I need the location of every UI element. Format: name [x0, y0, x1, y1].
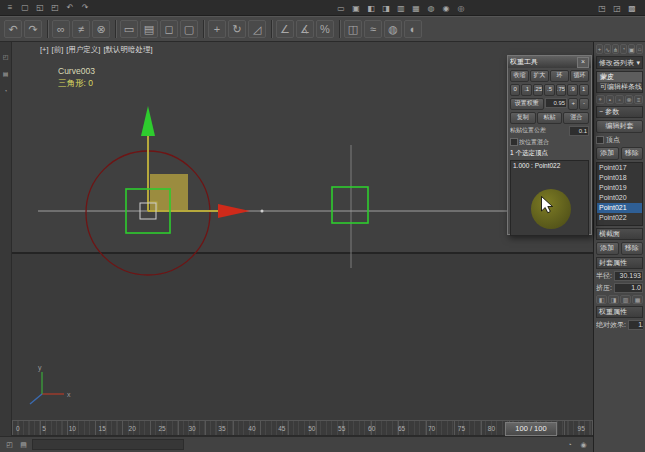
- abs-effect-field[interactable]: 1.0: [628, 320, 643, 330]
- weight-value-field[interactable]: 0.95: [545, 98, 567, 108]
- utilities-tab-icon[interactable]: ⌂: [636, 44, 643, 54]
- toolbar-misc-icon-7[interactable]: ◍: [425, 2, 437, 14]
- bone-list-item-selected[interactable]: Point021: [597, 203, 642, 213]
- display-tab-icon[interactable]: ▣: [628, 44, 635, 54]
- undo-icon[interactable]: ↶: [4, 20, 22, 38]
- snap-toggle-icon[interactable]: ∠: [276, 20, 294, 38]
- scale-weight-up-button[interactable]: +: [568, 98, 578, 110]
- add-cross-section-button[interactable]: 添加: [596, 242, 619, 255]
- envelope-mode-icon-3[interactable]: ▥: [620, 295, 631, 304]
- close-icon[interactable]: ×: [577, 57, 589, 68]
- weight-preset-0-button[interactable]: 0: [510, 84, 520, 96]
- create-tab-icon[interactable]: +: [596, 44, 603, 54]
- loop-button[interactable]: 循环: [570, 70, 589, 82]
- modify-tab-icon[interactable]: ∿: [604, 44, 611, 54]
- viewport[interactable]: x y [+] [前] [用户定义] [默认明暗处理] Curve003 三角形…: [12, 42, 593, 420]
- select-and-scale-icon[interactable]: ◿: [248, 20, 266, 38]
- selection-lock-icon[interactable]: ▤: [18, 439, 29, 450]
- copy-button[interactable]: 复制: [510, 112, 536, 124]
- redo-icon[interactable]: ↷: [79, 2, 91, 14]
- motion-tab-icon[interactable]: ◔: [620, 44, 627, 54]
- grid-settings-icon[interactable]: ◔: [564, 439, 575, 450]
- configure-stack-icon[interactable]: ≡: [634, 95, 643, 104]
- hierarchy-tab-icon[interactable]: ⋔: [612, 44, 619, 54]
- radius-field[interactable]: 30.193: [614, 271, 643, 281]
- workspace-icon-2[interactable]: ◲: [611, 2, 623, 14]
- grow-button[interactable]: 扩大: [530, 70, 549, 82]
- weight-list-item[interactable]: 1.000 : Point022: [511, 161, 588, 170]
- toolbar-misc-icon-3[interactable]: ◧: [365, 2, 377, 14]
- edit-envelopes-button[interactable]: 编辑封套: [596, 120, 643, 133]
- toolbar-misc-icon-9[interactable]: ◎: [455, 2, 467, 14]
- scale-weight-down-button[interactable]: -: [579, 98, 589, 110]
- weight-preset-09-button[interactable]: .9: [567, 84, 577, 96]
- shrink-button[interactable]: 收缩: [510, 70, 529, 82]
- viewport-layout-tab-icon-1[interactable]: ◰: [1, 52, 10, 61]
- selected-vertex-square-right[interactable]: [332, 187, 368, 223]
- weight-preset-075-button[interactable]: .75: [556, 84, 566, 96]
- workspace-icon-3[interactable]: ▩: [626, 2, 638, 14]
- select-object-icon[interactable]: ▭: [120, 20, 138, 38]
- modifier-stack-item-spline[interactable]: 可编辑样条线: [597, 82, 642, 92]
- modifier-stack-item-skin[interactable]: 蒙皮: [597, 72, 642, 82]
- unlink-icon[interactable]: ≠: [72, 20, 90, 38]
- weight-tool-dialog[interactable]: 权重工具 × 收缩 扩大 环 循环 0 .1 .25 .5 .75 .9 1 设…: [507, 55, 592, 235]
- envelope-properties-header[interactable]: 封套属性: [596, 257, 643, 269]
- render-icon[interactable]: ◐: [404, 20, 422, 38]
- select-and-move-icon[interactable]: +: [208, 20, 226, 38]
- toolbar-misc-icon-2[interactable]: ▣: [350, 2, 362, 14]
- show-end-result-icon[interactable]: ▪: [606, 95, 615, 104]
- undo-icon[interactable]: ↶: [64, 2, 76, 14]
- bone-list[interactable]: Point017 Point018 Point019 Point020 Poin…: [596, 162, 643, 226]
- paste-button[interactable]: 粘贴: [537, 112, 563, 124]
- spline-vertex-dot[interactable]: [261, 210, 264, 213]
- toolbar-misc-icon-1[interactable]: ▭: [335, 2, 347, 14]
- tolerance-field[interactable]: 0.1: [569, 126, 589, 136]
- bone-list-item[interactable]: Point017: [597, 163, 642, 173]
- open-file-icon[interactable]: ◱: [34, 2, 46, 14]
- toolbar-misc-icon-4[interactable]: ◨: [380, 2, 392, 14]
- parameters-rollout-header[interactable]: − 参数: [596, 106, 643, 118]
- window-crossing-icon[interactable]: ▢: [180, 20, 198, 38]
- align-icon[interactable]: ≈: [364, 20, 382, 38]
- workspace-icon-1[interactable]: ◳: [596, 2, 608, 14]
- time-slider-handle[interactable]: 100 / 100: [505, 422, 557, 436]
- weight-preset-025-button[interactable]: .25: [533, 84, 543, 96]
- vertices-checkbox[interactable]: [596, 136, 604, 144]
- material-editor-icon[interactable]: ◍: [384, 20, 402, 38]
- remove-cross-section-button[interactable]: 移除: [621, 242, 644, 255]
- gizmo-x-arrowhead[interactable]: [218, 204, 250, 218]
- mirror-icon[interactable]: ◫: [344, 20, 362, 38]
- weight-preset-01-button[interactable]: .1: [521, 84, 531, 96]
- toolbar-misc-icon-6[interactable]: ▦: [410, 2, 422, 14]
- toolbar-misc-icon-5[interactable]: ▥: [395, 2, 407, 14]
- remove-bone-button[interactable]: 移除: [621, 147, 644, 160]
- viewport-menu-general[interactable]: [+]: [40, 45, 49, 55]
- cross-sections-header[interactable]: 横截面: [596, 228, 643, 240]
- timeline-trackbar[interactable]: 0 5 10 15 20 25 30 35 40 45 50 55 60 65 …: [12, 420, 593, 436]
- weight-preset-05-button[interactable]: .5: [544, 84, 554, 96]
- maxscript-listener-icon[interactable]: ◰: [4, 439, 15, 450]
- percent-snap-icon[interactable]: %: [316, 20, 334, 38]
- viewport-layout-tab-icon-2[interactable]: ▤: [1, 69, 10, 78]
- bone-list-item[interactable]: Point020: [597, 193, 642, 203]
- viewport-menu-style[interactable]: [用户定义]: [66, 45, 100, 55]
- viewport-layout-tab-icon-3[interactable]: ◔: [1, 86, 10, 95]
- time-config-icon[interactable]: ◉: [578, 439, 589, 450]
- save-file-icon[interactable]: ◰: [49, 2, 61, 14]
- select-and-rotate-icon[interactable]: ↻: [228, 20, 246, 38]
- squash-field[interactable]: 1.0: [614, 283, 643, 293]
- weight-tool-title-bar[interactable]: 权重工具 ×: [508, 56, 591, 68]
- select-by-name-icon[interactable]: ▤: [140, 20, 158, 38]
- bind-spacewarp-icon[interactable]: ⊗: [92, 20, 110, 38]
- pin-stack-icon[interactable]: ⌖: [596, 95, 605, 104]
- viewport-menu-shading[interactable]: [默认明暗处理]: [103, 45, 152, 55]
- redo-icon[interactable]: ↷: [24, 20, 42, 38]
- make-unique-icon[interactable]: ▫: [615, 95, 624, 104]
- app-menu-icon[interactable]: ≡: [4, 2, 16, 14]
- bone-list-item[interactable]: Point022: [597, 213, 642, 223]
- blend-option-checkbox[interactable]: [510, 138, 518, 146]
- select-link-icon[interactable]: ∞: [52, 20, 70, 38]
- viewport-menu-pov[interactable]: [前]: [52, 45, 64, 55]
- bone-list-item[interactable]: Point018: [597, 173, 642, 183]
